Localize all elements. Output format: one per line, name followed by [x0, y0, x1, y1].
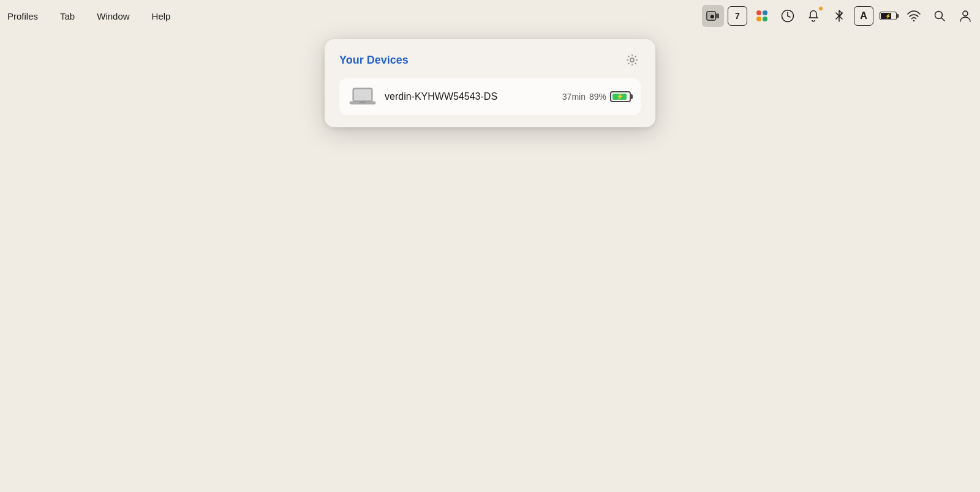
battery-bar: ⚡ — [880, 12, 897, 20]
battery-outer: ⚡ — [610, 91, 631, 102]
devices-popup: Your Devices verdin-KYHWW54543-DS 37min … — [325, 39, 655, 127]
menu-window[interactable]: Window — [93, 9, 133, 24]
battery-bolt-icon: ⚡ — [616, 94, 624, 100]
device-battery-icon: ⚡ — [610, 91, 631, 102]
device-time-remaining: 37min — [562, 92, 586, 102]
svg-line-13 — [941, 18, 944, 21]
screen-recorder-icon[interactable]: ⏺ — [702, 5, 724, 27]
wifi-icon[interactable] — [903, 5, 925, 27]
dropzone-icon[interactable] — [751, 5, 773, 27]
svg-point-4 — [756, 10, 761, 15]
calendar-badge-icon[interactable]: 7 — [728, 6, 747, 26]
popup-header: Your Devices — [339, 51, 641, 69]
device-row[interactable]: verdin-KYHWW54543-DS 37min 89% ⚡ — [339, 78, 641, 115]
settings-gear-button[interactable] — [624, 51, 641, 69]
notification-bell-icon[interactable] — [802, 5, 824, 27]
clock-icon[interactable] — [777, 5, 799, 27]
svg-line-10 — [788, 16, 790, 17]
battery-menubar-icon[interactable]: ⚡ — [877, 5, 899, 27]
svg-rect-18 — [354, 89, 371, 100]
svg-point-11 — [913, 20, 914, 21]
svg-point-5 — [763, 10, 767, 15]
user-profile-icon[interactable] — [954, 5, 976, 27]
svg-point-7 — [763, 17, 767, 21]
svg-point-6 — [756, 17, 761, 21]
svg-point-16 — [630, 58, 634, 62]
search-icon[interactable] — [929, 5, 951, 27]
menubar-right: ⏺ 7 — [702, 5, 976, 27]
device-battery-percent: 89% — [589, 92, 606, 102]
device-name: verdin-KYHWW54543-DS — [385, 91, 554, 102]
svg-text:⏺: ⏺ — [709, 13, 715, 20]
menu-help[interactable]: Help — [148, 9, 175, 24]
bluetooth-icon[interactable] — [828, 5, 850, 27]
svg-rect-3 — [716, 13, 719, 18]
svg-point-14 — [963, 11, 968, 16]
device-battery-info: 37min 89% ⚡ — [562, 91, 631, 102]
font-icon[interactable]: A — [854, 6, 873, 26]
menubar: Profiles Tab Window Help ⏺ 7 — [0, 0, 980, 32]
menubar-left: Profiles Tab Window Help — [4, 9, 174, 24]
battery-inner: ⚡ — [612, 94, 627, 100]
menu-tab[interactable]: Tab — [56, 9, 78, 24]
svg-rect-20 — [359, 102, 366, 103]
popup-title: Your Devices — [339, 54, 409, 67]
menu-profiles[interactable]: Profiles — [4, 9, 42, 24]
laptop-icon — [349, 87, 376, 106]
